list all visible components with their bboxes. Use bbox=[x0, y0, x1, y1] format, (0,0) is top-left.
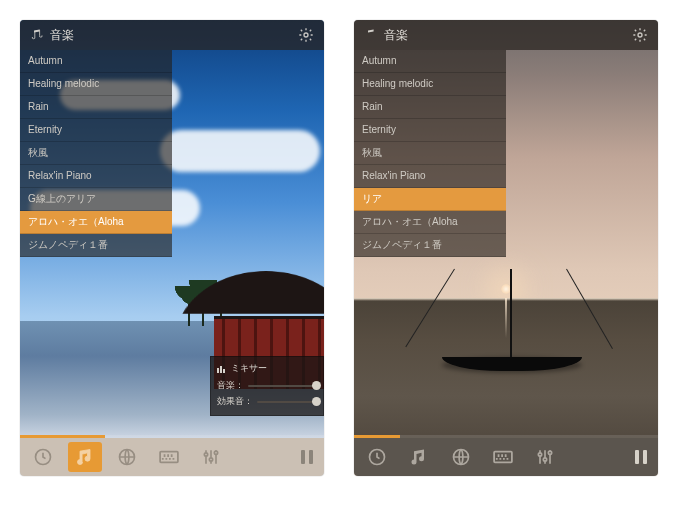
progress-bar[interactable] bbox=[354, 418, 658, 438]
header-title: 音楽 bbox=[50, 27, 298, 44]
mixer-sfx-slider[interactable] bbox=[257, 401, 317, 403]
svg-point-9 bbox=[214, 451, 217, 454]
playlist-item[interactable]: Relax'in Piano bbox=[20, 165, 172, 188]
pause-button[interactable] bbox=[292, 442, 322, 472]
playlist-item[interactable]: Rain bbox=[354, 96, 506, 119]
playlist-item[interactable]: Eternity bbox=[354, 119, 506, 142]
playlist-item[interactable]: ジムノペディ１番 bbox=[354, 234, 506, 257]
playlist-panel: Autumn Healing melodic Rain Eternity 秋風 … bbox=[354, 50, 506, 257]
mixer-sfx-label: 効果音： bbox=[217, 395, 253, 408]
svg-point-16 bbox=[548, 451, 551, 454]
header-title: 音楽 bbox=[384, 27, 632, 44]
playlist-item[interactable]: Autumn bbox=[354, 50, 506, 73]
mixer-header: ミキサー bbox=[217, 362, 317, 375]
mixer-panel: ミキサー 音楽： 効果音： bbox=[210, 356, 324, 416]
playlist-item[interactable]: ジムノペディ１番 bbox=[20, 234, 172, 257]
sailboat bbox=[432, 321, 582, 381]
playlist-item[interactable]: G線上のアリア bbox=[20, 188, 172, 211]
tab-music[interactable] bbox=[68, 442, 102, 472]
slider-knob[interactable] bbox=[312, 381, 321, 390]
cloud bbox=[160, 130, 320, 172]
playlist-item[interactable]: Rain bbox=[20, 96, 172, 119]
svg-point-15 bbox=[543, 458, 546, 461]
playlist-item[interactable]: Healing melodic bbox=[20, 73, 172, 96]
playlist-item[interactable]: アロハ・オエ（Aloha bbox=[354, 211, 506, 234]
slider-knob[interactable] bbox=[312, 397, 321, 406]
tab-globe[interactable] bbox=[444, 442, 478, 472]
playlist-item[interactable]: Healing melodic bbox=[354, 73, 506, 96]
tab-keyboard[interactable] bbox=[152, 442, 186, 472]
svg-rect-3 bbox=[223, 369, 225, 373]
tab-bar bbox=[354, 438, 658, 476]
playlist-item[interactable]: Relax'in Piano bbox=[354, 165, 506, 188]
playlist-panel: Autumn Healing melodic Rain Eternity 秋風 … bbox=[20, 50, 172, 257]
music-icon bbox=[364, 29, 378, 41]
tab-bar bbox=[20, 438, 324, 476]
playlist-item[interactable]: Autumn bbox=[20, 50, 172, 73]
playlist-item-selected[interactable]: アロハ・オエ（Aloha bbox=[20, 211, 172, 234]
tab-equalizer[interactable] bbox=[194, 442, 228, 472]
equalizer-icon bbox=[217, 365, 227, 373]
svg-rect-2 bbox=[220, 366, 222, 373]
phone-left: 音楽 Autumn Healing melodic Rain Eternity … bbox=[20, 20, 324, 476]
tab-music[interactable] bbox=[402, 442, 436, 472]
header-bar: 音楽 bbox=[354, 20, 658, 50]
tab-clock[interactable] bbox=[360, 442, 394, 472]
phone-right: 音楽 Autumn Healing melodic Rain Eternity … bbox=[354, 20, 658, 476]
svg-point-10 bbox=[638, 33, 642, 37]
svg-point-8 bbox=[209, 458, 212, 461]
pause-button[interactable] bbox=[626, 442, 656, 472]
playlist-item[interactable]: 秋風 bbox=[354, 142, 506, 165]
settings-button[interactable] bbox=[298, 27, 314, 43]
tab-equalizer[interactable] bbox=[528, 442, 562, 472]
playlist-item[interactable]: Eternity bbox=[20, 119, 172, 142]
tab-keyboard[interactable] bbox=[486, 442, 520, 472]
header-bar: 音楽 bbox=[20, 20, 324, 50]
tab-clock[interactable] bbox=[26, 442, 60, 472]
settings-button[interactable] bbox=[632, 27, 648, 43]
playlist-item[interactable]: 秋風 bbox=[20, 142, 172, 165]
progress-bar[interactable] bbox=[20, 418, 324, 438]
svg-point-0 bbox=[304, 33, 308, 37]
svg-point-14 bbox=[538, 453, 541, 456]
svg-point-7 bbox=[204, 453, 207, 456]
mixer-music-label: 音楽： bbox=[217, 379, 244, 392]
tab-globe[interactable] bbox=[110, 442, 144, 472]
mixer-music-slider[interactable] bbox=[248, 385, 317, 387]
playlist-item-selected[interactable]: リア bbox=[354, 188, 506, 211]
mixer-title: ミキサー bbox=[231, 362, 267, 375]
music-icon bbox=[30, 29, 44, 41]
svg-rect-1 bbox=[217, 368, 219, 373]
